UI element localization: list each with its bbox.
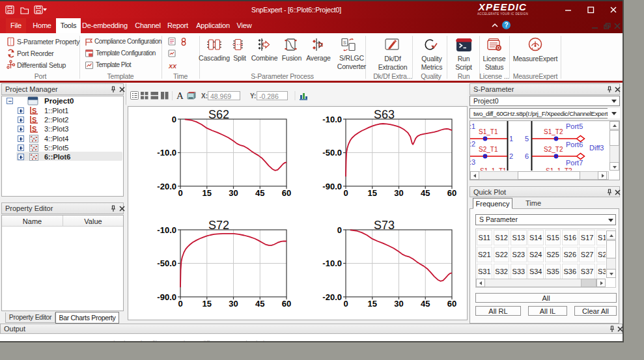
svg-text:5: 5 <box>525 135 529 143</box>
svg-text:-90.0: -90.0 <box>157 292 176 302</box>
svg-text:Diff3: Diff3 <box>589 144 604 152</box>
svg-text:2: 2 <box>509 152 513 160</box>
svg-text:S72: S72 <box>208 219 229 232</box>
svg-text:0: 0 <box>343 188 348 198</box>
svg-text:0: 0 <box>178 299 182 309</box>
svg-text:6: 6 <box>525 152 529 160</box>
svg-text:XX: XX <box>168 63 177 70</box>
svg-text:-20.0: -20.0 <box>322 292 342 302</box>
svg-text:-10.0: -10.0 <box>157 148 176 158</box>
svg-text:S1_T1: S1_T1 <box>479 128 498 135</box>
svg-text:45: 45 <box>255 188 264 198</box>
svg-text:Port6: Port6 <box>566 141 583 148</box>
svg-text:S2_T2: S2_T2 <box>544 146 563 153</box>
svg-text:60: 60 <box>282 299 291 309</box>
svg-text:60: 60 <box>447 188 456 198</box>
svg-text:Port5: Port5 <box>566 122 583 130</box>
svg-text:0: 0 <box>343 299 348 309</box>
svg-text:S: S <box>32 125 36 133</box>
svg-text:S: S <box>32 107 36 115</box>
svg-text:S: S <box>343 40 346 45</box>
svg-text:Port7: Port7 <box>566 159 583 167</box>
svg-text:-10.0: -10.0 <box>157 225 176 235</box>
svg-text:30: 30 <box>394 188 403 198</box>
svg-text:S2_T1: S2_T1 <box>479 146 498 153</box>
svg-text:S73: S73 <box>374 219 395 232</box>
svg-text:45: 45 <box>421 299 430 309</box>
svg-text:S: S <box>32 116 36 124</box>
svg-text:15: 15 <box>203 188 212 198</box>
svg-text:30: 30 <box>394 299 403 309</box>
svg-text:-50.0: -50.0 <box>322 148 342 158</box>
svg-text:A: A <box>176 91 184 101</box>
svg-text:S63: S63 <box>374 108 395 121</box>
svg-text:-50.0: -50.0 <box>157 258 176 268</box>
svg-text:0: 0 <box>337 225 342 235</box>
svg-text:30: 30 <box>229 299 238 309</box>
svg-text:15: 15 <box>368 299 377 309</box>
svg-text:-10.0: -10.0 <box>322 258 342 268</box>
svg-text:0: 0 <box>172 115 176 124</box>
svg-text:15: 15 <box>203 299 212 309</box>
svg-text:30: 30 <box>229 188 238 198</box>
svg-text:45: 45 <box>421 188 430 198</box>
svg-text::3: :3 <box>470 158 475 166</box>
svg-text::1: :1 <box>470 122 475 130</box>
svg-text:S1_1_T1: S1_1_T1 <box>480 167 507 171</box>
svg-text:-10.0: -10.0 <box>322 115 342 124</box>
svg-text:-90.0: -90.0 <box>322 182 342 191</box>
svg-text:60: 60 <box>447 299 456 309</box>
svg-text:-20.0: -20.0 <box>157 182 176 191</box>
svg-text:15: 15 <box>368 188 377 198</box>
svg-text:0: 0 <box>178 188 182 198</box>
svg-text:60: 60 <box>282 188 291 198</box>
svg-text:S62: S62 <box>208 108 229 121</box>
svg-text:45: 45 <box>255 299 264 309</box>
svg-text:S1_1_T2: S1_1_T2 <box>546 167 572 171</box>
svg-text:1: 1 <box>509 135 513 143</box>
svg-text:S1_T2: S1_T2 <box>544 128 563 135</box>
svg-text::2: :2 <box>470 140 475 148</box>
